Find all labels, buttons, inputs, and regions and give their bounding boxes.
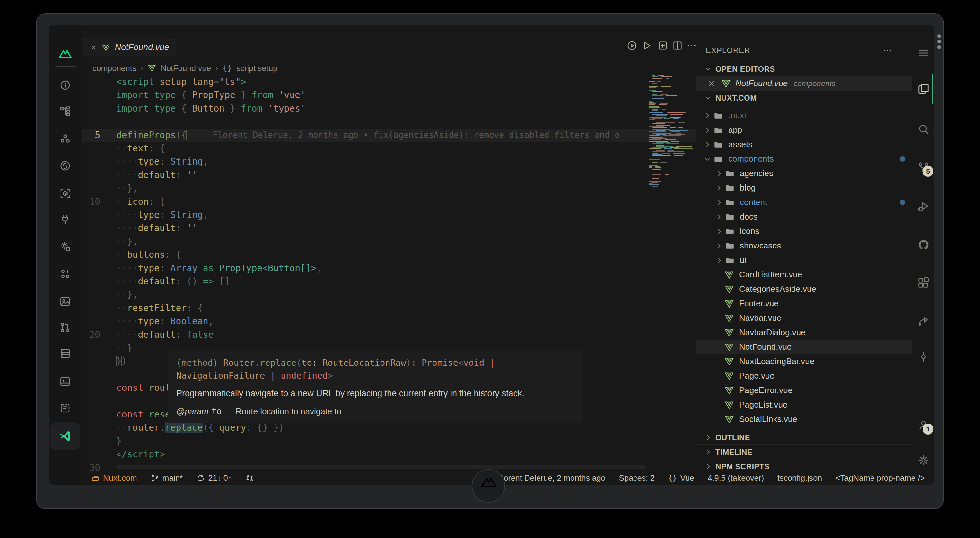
breadcrumb-item[interactable]: NotFound.vue [161,64,211,73]
breadcrumb-item[interactable]: components [92,64,136,73]
split-editor-icon[interactable] [672,40,683,51]
breadcrumb-item[interactable]: script setup [236,64,277,73]
window-handle-dot[interactable] [937,40,941,43]
section-project[interactable]: NUXT.COM [696,91,912,105]
nuxt-dome-badge[interactable] [472,469,505,503]
code-line[interactable]: 5defineProps({Florent Delerue, 2 months … [81,129,696,142]
code-line[interactable]: ····type: Array as PropType<Button[]>, [81,262,696,275]
split-add-icon[interactable] [657,40,668,51]
server-rows-icon[interactable] [59,348,71,359]
menu-icon[interactable] [917,47,929,59]
editor-layout-icon[interactable] [917,277,929,289]
info-icon[interactable] [59,79,71,91]
status-tsconfig[interactable]: tsconfig.json [777,473,822,483]
code-line[interactable]: import type { Button } from 'types' [81,102,696,115]
breadcrumb[interactable]: components›NotFound.vue›{}script setup [92,61,277,75]
section-open-editors[interactable]: OPEN EDITORS [696,62,912,76]
code-line[interactable]: ····type: String, [81,208,696,222]
more-actions-icon[interactable] [686,40,697,51]
tree-folder-docs[interactable]: docs [696,209,912,224]
tree-folder-showcases[interactable]: showcases [696,238,912,253]
vscode-logo-button[interactable] [51,422,80,450]
code-line[interactable]: 20····default: false [81,328,696,341]
code-line[interactable]: ··text: { [81,142,696,155]
tree-folder-assets[interactable]: assets [696,137,912,152]
components-group-icon[interactable] [59,268,71,279]
explorer-files-icon[interactable] [917,83,929,95]
devtools-icon[interactable] [59,160,71,172]
git-pr-icon[interactable] [59,322,71,333]
code-line[interactable]: ····type: String, [81,155,696,168]
tree-file-NavbarDialog-vue[interactable]: NavbarDialog.vue [696,325,912,340]
status-tag-template[interactable]: <TagName prop-name /> [835,473,925,483]
play-circle-icon[interactable] [627,40,637,51]
dashed-frame-icon[interactable] [59,402,71,414]
tree-file-NuxtLoadingBar-vue[interactable]: NuxtLoadingBar.vue [696,354,912,369]
tree-file-PageError-vue[interactable]: PageError.vue [696,383,912,398]
settings-icon[interactable] [917,454,929,466]
code-line[interactable] [81,115,696,128]
code-line[interactable]: ··}, [81,288,696,301]
code-line[interactable]: ····default: '' [81,168,696,182]
plug-icon[interactable] [59,213,71,225]
code-line[interactable]: import type { PropType } from 'vue' [81,88,696,102]
tree-folder-content[interactable]: content [696,195,912,209]
settings-gear-icon[interactable] [59,241,71,252]
code-line[interactable]: </script> [81,448,696,461]
tree-file-CategoriesAside-vue[interactable]: CategoriesAside.vue [696,282,912,296]
status-git-sync[interactable]: 21↓ 0↑ [197,473,232,483]
code-line[interactable]: <script setup lang="ts"> [81,75,696,88]
tree-folder-.nuxt[interactable]: .nuxt [696,108,912,123]
minimap[interactable] [649,75,695,187]
status-remote-project[interactable]: Nuxt.com [91,473,137,483]
tree-folder-components[interactable]: components [696,152,912,166]
tab-notfound-vue[interactable]: NotFound.vue [83,38,176,56]
tree-folder-blog[interactable]: blog [696,180,912,195]
window-handle-dot[interactable] [937,34,941,38]
code-line[interactable]: ··}, [81,182,696,195]
code-line[interactable]: } [81,434,696,448]
terminal-panel-icon[interactable] [59,376,71,387]
code-line[interactable]: ····default: () => [] [81,275,696,288]
section-timeline[interactable]: TIMELINE [696,444,912,459]
code-line[interactable]: ··}, [81,235,696,248]
tree-folder-agencies[interactable]: agencies [696,166,912,180]
code-line[interactable]: ··resetFilter: { [81,302,696,314]
close-icon[interactable] [706,79,716,88]
nuxt-logo-icon[interactable] [58,46,72,61]
tree-file-PageList-vue[interactable]: PageList.vue [696,398,912,412]
tree-file-CardListItem-vue[interactable]: CardListItem.vue [696,267,912,282]
tree-folder-icons[interactable]: icons [696,224,912,238]
tab-close-icon[interactable] [89,43,97,52]
hierarchy-icon[interactable] [59,105,71,117]
run-debug-icon[interactable] [917,200,929,212]
image-icon[interactable] [59,296,71,307]
tree-file-Footer-vue[interactable]: Footer.vue [696,296,912,311]
tree-folder-app[interactable]: app [696,123,912,137]
horizontal-scrollbar[interactable] [116,465,646,469]
explorer-more-icon[interactable] [882,45,893,56]
section-outline[interactable]: OUTLINE [696,430,912,445]
run-icon[interactable] [641,40,652,51]
window-handle-dot[interactable] [937,45,941,49]
status-language-mode[interactable]: {}Vue [668,473,694,483]
github-icon[interactable] [917,239,929,251]
share-icon[interactable] [917,314,929,327]
code-line[interactable]: ····type: Boolean, [81,314,696,328]
commit-icon[interactable] [917,351,929,363]
tree-folder-ui[interactable]: ui [696,253,912,267]
code-line[interactable]: ··buttons: { [81,248,696,261]
code-editor[interactable]: <script setup lang="ts">import type { Pr… [81,75,696,471]
open-editor-item[interactable]: NotFound.vuecomponents [696,76,912,91]
code-line[interactable]: 10··icon: { [81,195,696,208]
scan-cube-icon[interactable] [59,188,71,199]
code-line[interactable]: ····default: '' [81,222,696,235]
modules-icon[interactable] [59,133,71,145]
status-extension-version[interactable]: 4.9.5 (takeover) [708,473,764,483]
status-indentation[interactable]: Spaces: 2 [619,473,655,483]
tree-file-SocialLinks-vue[interactable]: SocialLinks.vue [696,412,912,426]
status-source-graph[interactable] [245,474,254,482]
tree-file-Navbar-vue[interactable]: Navbar.vue [696,311,912,325]
search-icon[interactable] [917,123,929,135]
tree-file-NotFound-vue[interactable]: NotFound.vue [696,340,912,354]
